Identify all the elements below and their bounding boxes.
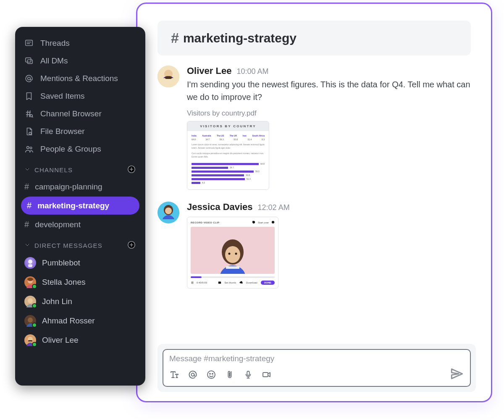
download-label[interactable]: Download [246, 281, 257, 284]
svg-point-9 [228, 253, 231, 255]
channel-browser-icon [24, 109, 34, 118]
dm-item[interactable]: Pumblebot [15, 253, 145, 273]
svg-point-31 [28, 260, 32, 264]
format-icon[interactable] [169, 370, 179, 380]
svg-point-28 [30, 147, 32, 149]
channel-item-active[interactable]: # marketing-strategy [21, 197, 139, 215]
message: Jessica Davies 12:02 AM RECORD VIDEO CLI… [158, 202, 471, 289]
mention-icon[interactable] [188, 370, 198, 380]
done-button[interactable]: DONE [261, 281, 275, 285]
people-icon [24, 144, 34, 154]
attachment-filename[interactable]: Visitors by country.pdf [187, 109, 471, 118]
nav-channel-browser[interactable]: Channel Browser [15, 105, 145, 123]
svg-point-8 [225, 246, 240, 263]
nav-file-browser[interactable]: File Browser [15, 123, 145, 140]
svg-rect-32 [28, 264, 32, 267]
channel-name: development [35, 220, 81, 229]
dms-label: DIRECT MESSAGES [34, 242, 102, 249]
pause-icon[interactable] [191, 281, 194, 285]
video-time: 0:40/5:00 [197, 281, 207, 284]
nav-mentions[interactable]: Mentions & Reactions [15, 70, 145, 87]
channel-title: marketing-strategy [183, 31, 297, 45]
svg-point-17 [210, 373, 210, 374]
chevron-down-icon [24, 242, 30, 249]
bookmark-icon [24, 92, 34, 101]
svg-point-18 [212, 373, 213, 374]
channel-item[interactable]: # development [15, 215, 145, 234]
svg-point-27 [27, 147, 29, 149]
chevron-down-icon [24, 166, 30, 173]
svg-rect-20 [263, 373, 268, 377]
svg-point-14 [219, 282, 219, 283]
dm-name: Stella Jones [42, 278, 86, 287]
refresh-icon[interactable] [252, 220, 255, 224]
nav-label: Channel Browser [40, 109, 102, 118]
avatar [24, 315, 36, 327]
hash-icon: # [24, 182, 29, 192]
nav-label: Saved Items [40, 92, 85, 101]
chat-panel: # marketing-strategy Oliver Lee 10:00 AM… [136, 3, 492, 402]
avatar[interactable] [158, 66, 179, 87]
message-time: 12:02 AM [258, 203, 290, 212]
dms-icon [24, 56, 34, 66]
close-icon[interactable] [271, 220, 275, 224]
mic-icon[interactable] [243, 370, 253, 380]
dm-item[interactable]: Oliver Lee [15, 331, 145, 350]
avatar[interactable] [158, 202, 179, 223]
file-browser-icon [24, 127, 34, 136]
download-icon[interactable] [239, 281, 243, 285]
dm-item[interactable]: Stella Jones [15, 273, 145, 292]
svg-point-5 [165, 207, 172, 214]
pdf-columns: India Australia The US The UK Iran South… [192, 134, 265, 137]
dm-name: John Lin [42, 297, 72, 306]
svg-rect-11 [192, 281, 192, 284]
video-card-title: RECORD VIDEO CLIP [191, 221, 219, 224]
message-author: Jessica Davies [187, 202, 253, 213]
dm-item[interactable]: John Lin [15, 292, 145, 311]
add-dm-button[interactable] [127, 240, 136, 251]
nav-saved[interactable]: Saved Items [15, 87, 145, 105]
message-author: Oliver Lee [187, 66, 231, 76]
set-thumb-label[interactable]: Set thumb [225, 281, 236, 284]
send-button[interactable] [450, 367, 464, 383]
nav-label: People & Groups [40, 144, 101, 154]
message: Oliver Lee 10:00 AM I'm sending you the … [158, 66, 471, 190]
nav-label: Threads [40, 39, 70, 48]
attach-icon[interactable] [225, 370, 235, 380]
pdf-lorem: Cum sociis natoque penatibus et magnis d… [192, 152, 265, 158]
pdf-preview[interactable]: VISITORS BY COUNTRY India Australia The … [187, 121, 269, 190]
channel-header: # marketing-strategy [158, 21, 471, 55]
emoji-icon[interactable] [206, 370, 216, 380]
pdf-bar-chart: 64.8 34.7 59.3 50.8 51.4 8.3 [192, 163, 265, 184]
pdf-lorem: Lorem ipsum dolor sit amet, consectetur … [192, 143, 265, 150]
status-online [32, 284, 37, 289]
channel-name: marketing-strategy [37, 201, 109, 210]
add-channel-button[interactable] [127, 165, 136, 175]
svg-point-16 [207, 371, 215, 378]
start-over-label[interactable]: Start over [258, 221, 269, 224]
image-icon[interactable] [218, 281, 221, 285]
dms-header[interactable]: DIRECT MESSAGES [15, 234, 145, 253]
nav-people[interactable]: People & Groups [15, 140, 145, 158]
avatar [24, 257, 36, 269]
video-record-card[interactable]: RECORD VIDEO CLIP Start over [187, 217, 278, 289]
avatar [24, 276, 36, 288]
svg-rect-23 [27, 60, 32, 63]
svg-point-34 [27, 278, 33, 281]
dm-name: Oliver Lee [42, 336, 79, 345]
video-icon[interactable] [262, 370, 272, 380]
nav-all-dms[interactable]: All DMs [15, 52, 145, 70]
pdf-values-row: 64.8 34.7 59.3 50.8 51.4 8.3 [192, 138, 265, 141]
video-progress[interactable] [191, 276, 275, 278]
nav-threads[interactable]: Threads [15, 34, 145, 52]
message-input[interactable] [169, 354, 464, 363]
hash-icon: # [171, 30, 179, 46]
message-composer [163, 349, 471, 387]
avatar [24, 334, 36, 346]
svg-point-36 [28, 318, 33, 323]
svg-rect-21 [26, 40, 33, 46]
channel-item[interactable]: # campaign-planning [15, 178, 145, 196]
channels-header[interactable]: CHANNELS [15, 158, 145, 178]
svg-rect-19 [247, 371, 249, 375]
dm-item[interactable]: Ahmad Rosser [15, 311, 145, 331]
